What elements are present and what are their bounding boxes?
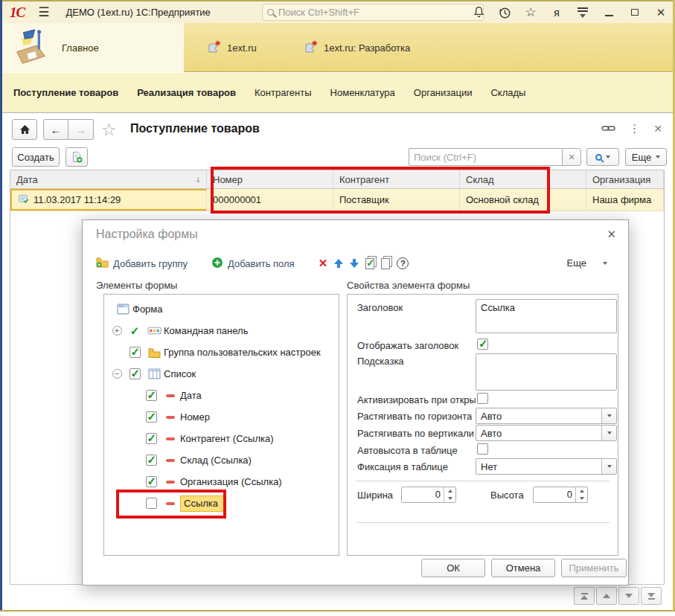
tree-item-list[interactable]: − Список bbox=[104, 363, 339, 385]
chevron-down-icon bbox=[603, 262, 607, 265]
list-more-button[interactable]: Еще bbox=[625, 148, 667, 166]
tree-item-number[interactable]: Номер bbox=[104, 406, 339, 428]
chevron-down-icon bbox=[606, 155, 610, 158]
column-header-warehouse[interactable]: Склад bbox=[460, 170, 586, 188]
menu-item-nomenklatura[interactable]: Номенклатура bbox=[330, 87, 395, 98]
move-down-icon[interactable] bbox=[350, 259, 359, 268]
column-header-number[interactable]: Номер bbox=[207, 170, 333, 188]
expand-plus-icon[interactable]: + bbox=[109, 326, 125, 336]
tree-item-contractor[interactable]: Контрагент (Ссылка) bbox=[104, 428, 339, 449]
user-badge[interactable]: я bbox=[549, 5, 564, 20]
favorite-star-icon[interactable]: ☆ bbox=[101, 120, 117, 140]
stepper-down-icon[interactable] bbox=[576, 495, 587, 502]
ok-button[interactable]: ОК bbox=[421, 559, 485, 577]
menu-item-organizacii[interactable]: Организации bbox=[414, 87, 473, 98]
add-group-button[interactable]: Добавить группу bbox=[96, 257, 188, 270]
global-search-input[interactable] bbox=[278, 7, 479, 18]
tree-item-warehouse[interactable]: Склад (Ссылка) bbox=[104, 449, 339, 471]
tree-item-organization[interactable]: Организация (Ссылка) bbox=[104, 471, 339, 493]
section-1ext-dev[interactable]: 1ext.ru: Разработка bbox=[304, 23, 410, 72]
list-search-input[interactable] bbox=[409, 148, 562, 166]
section-main[interactable]: Главное bbox=[2, 23, 184, 72]
column-header-organization[interactable]: Организация bbox=[586, 170, 664, 188]
menu-item-kontragenty[interactable]: Контрагенты bbox=[255, 87, 312, 98]
fixation-select[interactable]: Нет bbox=[476, 458, 617, 475]
activate-on-open-checkbox[interactable] bbox=[477, 393, 488, 404]
stretch-vertical-select[interactable]: Авто bbox=[476, 425, 617, 441]
history-icon[interactable] bbox=[497, 5, 512, 20]
visibility-checkbox[interactable] bbox=[141, 476, 161, 487]
create-button[interactable]: Создать bbox=[12, 147, 60, 167]
apply-button-disabled[interactable]: Применить bbox=[561, 559, 627, 577]
go-first-button[interactable] bbox=[574, 587, 595, 605]
cell-contractor[interactable]: Поставщик bbox=[333, 189, 460, 211]
chevron-down-icon[interactable] bbox=[601, 426, 616, 440]
tree-item-form[interactable]: Форма bbox=[104, 298, 339, 320]
cell-warehouse[interactable]: Основной склад bbox=[460, 189, 586, 211]
tree-item-link[interactable]: Ссылка bbox=[104, 493, 339, 514]
help-icon[interactable]: ? bbox=[397, 257, 409, 269]
menu-item-realizaciya[interactable]: Реализация товаров bbox=[137, 87, 236, 98]
visibility-checkbox[interactable] bbox=[141, 433, 161, 444]
stepper-up-icon[interactable] bbox=[576, 487, 587, 495]
minimize-button[interactable] bbox=[601, 5, 616, 20]
uncheck-all-icon[interactable] bbox=[381, 258, 390, 269]
cell-date-active[interactable]: 11.03.2017 11:14:29 bbox=[10, 189, 207, 211]
back-button[interactable]: ← bbox=[43, 119, 68, 140]
tree-item-user-settings-group[interactable]: Группа пользовательских настроек bbox=[104, 341, 339, 363]
dialog-close-icon[interactable]: ✕ bbox=[607, 228, 616, 241]
visibility-checkbox[interactable] bbox=[141, 498, 161, 509]
visibility-checkbox[interactable] bbox=[141, 455, 161, 466]
home-button[interactable] bbox=[12, 119, 37, 140]
search-clear-icon[interactable]: ✕ bbox=[562, 148, 581, 166]
column-header-contractor[interactable]: Контрагент bbox=[333, 170, 460, 188]
menu-item-postuplenie[interactable]: Поступление товаров bbox=[13, 87, 118, 98]
show-title-checkbox[interactable] bbox=[477, 339, 488, 350]
add-fields-button[interactable]: Добавить поля bbox=[211, 257, 295, 271]
stretch-horizontal-select[interactable]: Авто bbox=[476, 408, 617, 424]
more-actions-icon[interactable]: ⋮ bbox=[629, 122, 640, 135]
visibility-checkbox[interactable] bbox=[125, 347, 144, 358]
go-previous-button[interactable] bbox=[596, 587, 617, 605]
go-last-button[interactable] bbox=[641, 587, 662, 605]
title-property-input[interactable]: Ссылка bbox=[476, 299, 617, 333]
cell-organization[interactable]: Наша фирма bbox=[586, 189, 664, 211]
service-menu-icon[interactable] bbox=[575, 5, 590, 20]
dialog-more-button[interactable]: Еще bbox=[567, 257, 607, 269]
column-header-date[interactable]: Дата ↓ bbox=[10, 170, 207, 188]
go-next-button[interactable] bbox=[618, 587, 639, 605]
chevron-down-icon[interactable] bbox=[601, 459, 616, 474]
forward-button[interactable]: → bbox=[68, 119, 94, 140]
section-1ext[interactable]: 1ext.ru bbox=[207, 23, 257, 72]
cell-number[interactable]: 000000001 bbox=[207, 189, 333, 211]
menu-item-sklady[interactable]: Склады bbox=[490, 87, 525, 98]
link-icon[interactable] bbox=[601, 122, 615, 135]
visibility-checkbox[interactable] bbox=[141, 411, 161, 423]
notifications-bell-icon[interactable] bbox=[471, 5, 486, 20]
favorites-star-icon[interactable]: ☆ bbox=[523, 5, 538, 20]
chevron-down-icon[interactable] bbox=[601, 408, 616, 423]
new-document-icon-button[interactable] bbox=[65, 147, 88, 167]
close-button[interactable]: ✕ bbox=[653, 5, 668, 20]
visibility-checkbox[interactable] bbox=[141, 390, 161, 401]
cancel-button[interactable]: Отмена bbox=[491, 559, 555, 577]
delete-icon[interactable]: ✕ bbox=[319, 257, 328, 270]
close-page-icon[interactable]: ✕ bbox=[653, 123, 662, 135]
check-all-icon[interactable] bbox=[365, 258, 374, 269]
maximize-button[interactable] bbox=[627, 5, 642, 20]
stepper-up-icon[interactable] bbox=[444, 487, 455, 495]
visibility-checkbox[interactable] bbox=[125, 368, 144, 379]
table-row[interactable]: 11.03.2017 11:14:29 000000001 Поставщик … bbox=[10, 189, 664, 211]
global-search-box[interactable] bbox=[262, 4, 484, 21]
collapse-minus-icon[interactable]: − bbox=[109, 369, 125, 379]
autoheight-checkbox[interactable] bbox=[477, 443, 488, 455]
hamburger-menu-icon[interactable]: ☰ bbox=[38, 4, 49, 20]
width-stepper[interactable]: 0 bbox=[401, 487, 456, 503]
height-stepper[interactable]: 0 bbox=[533, 487, 588, 503]
tree-item-date[interactable]: Дата bbox=[104, 385, 339, 406]
tooltip-input[interactable] bbox=[476, 353, 617, 391]
stepper-down-icon[interactable] bbox=[444, 495, 455, 502]
search-options-button[interactable] bbox=[586, 148, 619, 166]
move-up-icon[interactable] bbox=[334, 259, 343, 268]
tree-item-command-bar[interactable]: + ✓ Командная панель bbox=[104, 320, 339, 341]
